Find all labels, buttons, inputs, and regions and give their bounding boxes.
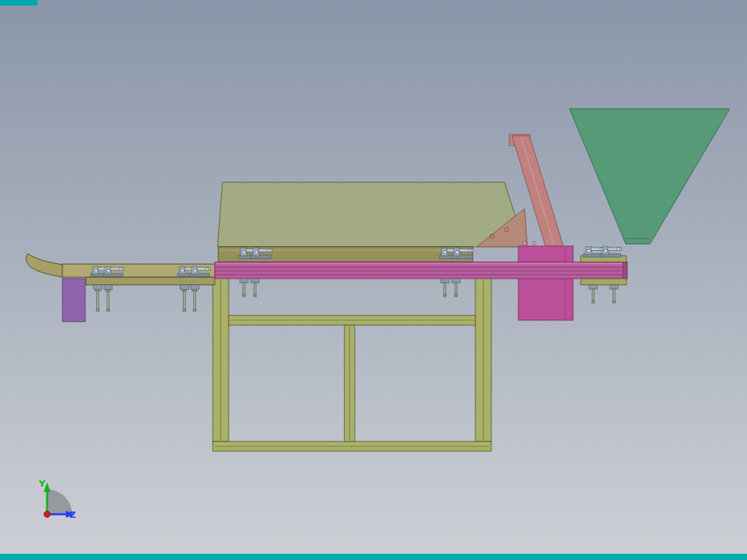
bolt-head: [533, 242, 536, 245]
purple-block-part[interactable]: [62, 279, 85, 322]
cad-viewport[interactable]: Y Z: [0, 0, 747, 560]
translucent-guard-panel-part[interactable]: [218, 182, 525, 247]
rail-extrusion[interactable]: [215, 262, 627, 279]
rail-end-cap: [623, 262, 627, 279]
rail-end-block-bottom[interactable]: [581, 279, 626, 285]
feeder-box[interactable]: [518, 246, 573, 320]
feeder-box-part[interactable]: [518, 246, 573, 320]
window-chrome-bottom: [0, 554, 747, 560]
main-rail-part[interactable]: [215, 262, 627, 279]
window-chrome-top-left: [0, 0, 37, 6]
guard-panel[interactable]: [218, 182, 525, 247]
y-axis-label: Y: [38, 478, 46, 489]
z-axis-label: Z: [69, 509, 76, 520]
left-bar-lower[interactable]: [86, 277, 215, 285]
bolt-head: [523, 242, 527, 245]
x-axis-dot: [44, 511, 51, 518]
